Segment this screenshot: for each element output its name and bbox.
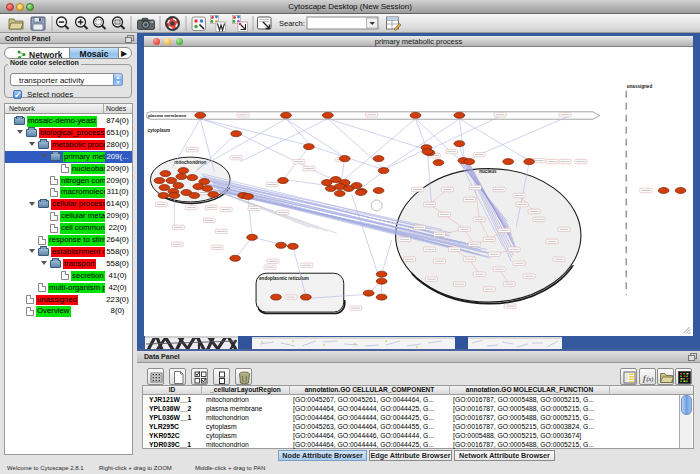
svg-text:mitochondrion: mitochondrion <box>174 160 206 165</box>
svg-text:plasma membrane: plasma membrane <box>148 113 187 118</box>
svg-text:nucleus: nucleus <box>479 169 497 174</box>
svg-text:unassigned: unassigned <box>627 84 653 89</box>
svg-text:cytoplasm: cytoplasm <box>147 128 170 133</box>
svg-text:(x): (x) <box>646 375 653 382</box>
svg-text:Search:: Search: <box>279 19 305 28</box>
